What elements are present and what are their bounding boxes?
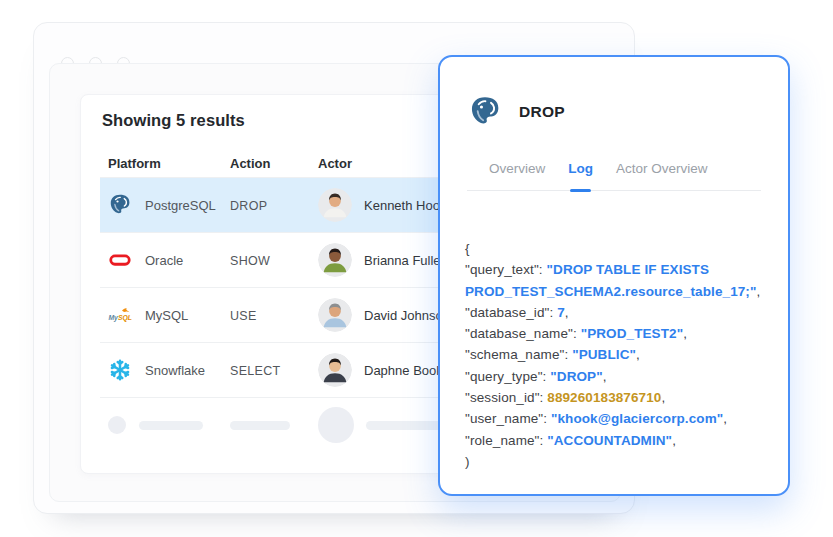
postgresql-icon bbox=[108, 193, 132, 217]
skeleton-bar bbox=[230, 421, 290, 430]
postgresql-icon bbox=[467, 95, 503, 129]
log-line: "query_text": "DROP TABLE IF EXISTS bbox=[465, 259, 772, 280]
detail-panel: DROP OverviewLogActor Overview {"query_t… bbox=[438, 55, 790, 496]
action-cell: SHOW bbox=[230, 251, 318, 269]
log-line: { bbox=[465, 238, 772, 259]
action-label: DROP bbox=[230, 199, 267, 213]
platform-label: MySQL bbox=[145, 308, 188, 323]
avatar-daphne bbox=[318, 353, 352, 387]
log-line: "schema_name": "PUBLIC", bbox=[465, 344, 772, 365]
log-line: ) bbox=[465, 451, 772, 472]
avatar-brianna bbox=[318, 243, 352, 277]
platform-cell: Snowflake bbox=[100, 358, 230, 382]
log-line: "query_type": "DROP", bbox=[465, 366, 772, 387]
snowflake-icon bbox=[108, 358, 132, 382]
action-label: SELECT bbox=[230, 364, 280, 378]
platform-label: Oracle bbox=[145, 253, 183, 268]
skeleton-avatar bbox=[318, 407, 354, 443]
log-line: "database_id": 7, bbox=[465, 302, 772, 323]
actor-name: Kenneth Hook bbox=[364, 198, 446, 213]
detail-panel-header: DROP bbox=[467, 95, 565, 129]
column-header-action: Action bbox=[230, 156, 318, 171]
platform-cell: Oracle bbox=[100, 248, 230, 272]
results-count-label: Showing 5 results bbox=[102, 111, 245, 130]
log-line: "database_name": "PROD_TEST2", bbox=[465, 323, 772, 344]
platform-label: Snowflake bbox=[145, 363, 205, 378]
skeleton-icon bbox=[108, 416, 126, 434]
action-cell: USE bbox=[230, 306, 318, 324]
action-cell bbox=[230, 416, 318, 434]
platform-cell bbox=[100, 416, 230, 434]
log-line: "user_name": "khook@glaciercorp.com", bbox=[465, 408, 772, 429]
svg-text:SQL: SQL bbox=[118, 314, 132, 322]
mysql-icon: MySQL bbox=[108, 303, 132, 327]
platform-label: PostgreSQL bbox=[145, 198, 216, 213]
tab-overview[interactable]: Overview bbox=[489, 161, 545, 176]
detail-panel-tabs: OverviewLogActor Overview bbox=[467, 161, 761, 191]
avatar-kenneth bbox=[318, 188, 352, 222]
action-cell: DROP bbox=[230, 196, 318, 214]
actor-name: Brianna Fuller bbox=[364, 253, 445, 268]
action-label: USE bbox=[230, 309, 257, 323]
skeleton-bar bbox=[366, 421, 444, 430]
log-line: "session_id": 889260183876710, bbox=[465, 387, 772, 408]
action-label: SHOW bbox=[230, 254, 270, 268]
column-header-platform: Platform bbox=[100, 156, 230, 171]
oracle-icon bbox=[108, 248, 132, 272]
action-cell: SELECT bbox=[230, 361, 318, 379]
log-line: PROD_TEST_SCHEMA2.resource_table_17;", bbox=[465, 281, 772, 302]
detail-panel-title: DROP bbox=[519, 103, 565, 121]
platform-cell: MySQLMySQL bbox=[100, 303, 230, 327]
log-content: {"query_text": "DROP TABLE IF EXISTSPROD… bbox=[465, 238, 772, 472]
tab-log[interactable]: Log bbox=[568, 161, 593, 176]
skeleton-bar bbox=[139, 421, 203, 430]
avatar-david bbox=[318, 298, 352, 332]
tab-actor-overview[interactable]: Actor Overview bbox=[616, 161, 708, 176]
platform-cell: PostgreSQL bbox=[100, 193, 230, 217]
log-line: "role_name": "ACCOUNTADMIN", bbox=[465, 430, 772, 451]
